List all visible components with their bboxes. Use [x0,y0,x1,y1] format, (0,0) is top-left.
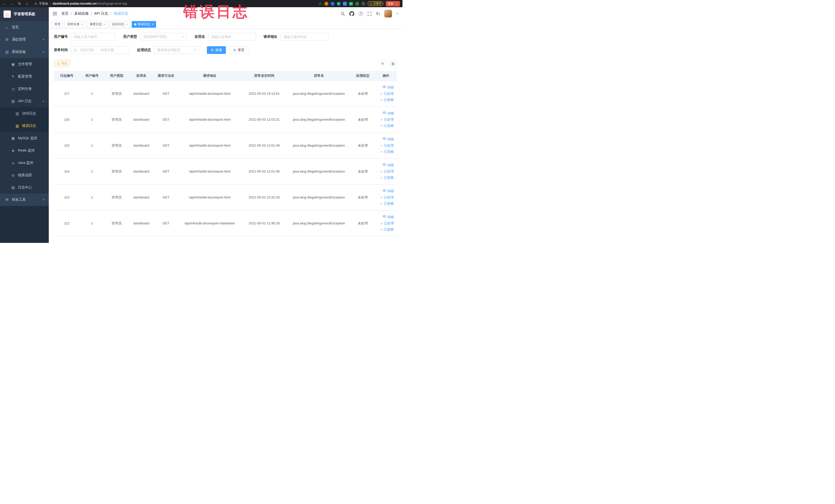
export-button[interactable]: 导出 [54,60,70,67]
close-icon[interactable]: × [103,23,105,26]
sidebar-item-trace[interactable]: ◎链路追踪 [0,169,49,181]
check-icon: ✓ [380,168,383,175]
cell-user_id: 1 [80,133,104,158]
action-processed[interactable]: ✓已处理 [375,90,394,97]
action-processed[interactable]: ✓已处理 [375,168,394,175]
tab-3[interactable]: 访问日志× [109,21,130,28]
filter-user-id: 用户编号 [54,33,116,41]
sidebar-item-error-log[interactable]: ▥错误日志 [0,120,49,132]
sidebar-item-mysql[interactable]: ▦MySQL 监控 [0,132,49,144]
chevron-down-icon[interactable]: ▼ [396,12,399,15]
extension-grid-icon[interactable] [343,2,347,6]
sidebar-item-api-log[interactable]: ▧API 日志▲ [0,95,49,107]
eye-icon [383,110,386,117]
back-icon[interactable]: ← [3,2,7,6]
tab-4[interactable]: 错误日志× [132,21,156,28]
sidebar-item-infra[interactable]: ▤基础设施▲ [0,46,49,58]
action-label: 已处理 [384,194,394,201]
action-processed[interactable]: ✓已处理 [375,117,394,123]
cell-time: 2021-05-03 12:01:49 [241,133,287,158]
avatar[interactable] [384,10,392,18]
sidebar-item-access-log[interactable]: ▥访问日志 [0,107,49,120]
user-type-select[interactable]: 请选择用户类型▼ [140,33,187,41]
action-processed[interactable]: ✓已处理 [375,220,394,226]
sidebar-item-log-center[interactable]: ▨日志中心 [0,181,49,194]
search-button[interactable]: 搜索 [207,46,226,54]
action-detail[interactable]: 详细 [375,136,394,142]
sidebar-item-redis[interactable]: ◈Redis 监控 [0,144,49,157]
refresh-button[interactable]: ↻ [379,60,387,67]
reset-button[interactable]: ↻重置 [229,46,248,54]
sidebar-item-system[interactable]: ⚙系统管理▼ [0,33,49,46]
devtools-icon: ⚒ [5,198,9,202]
action-ignored[interactable]: ✓已忽略 [375,175,394,181]
column-header: 请求地址 [178,71,241,81]
extension-icon-orange[interactable] [324,2,328,6]
sidebar-item-label: 基础设施 [12,49,26,54]
tab-1[interactable]: 定时任务× [65,21,85,28]
action-ignored[interactable]: ✓已忽略 [375,123,394,129]
action-processed[interactable]: ✓已处理 [375,142,394,149]
help-icon[interactable]: ? [359,12,363,16]
request-url-input[interactable] [281,33,328,41]
breadcrumb-item-0[interactable]: 首页 [61,11,68,16]
breadcrumb-item-2[interactable]: API 日志 [94,11,108,16]
action-detail[interactable]: 详细 [375,214,394,220]
cell-time: 2021-05-03 12:02:31 [241,106,287,133]
fullscreen-icon[interactable] [367,12,372,16]
paused-badge[interactable]: ☺已暂停 [368,1,384,6]
filter-request-url: 请求地址 [264,33,328,41]
action-ignored[interactable]: ✓已忽略 [375,149,394,155]
cell-app: dashboard [129,158,154,184]
user-id-input[interactable] [71,33,116,41]
row-actions: 详细✓已处理✓已忽略 [375,184,397,210]
sidebar-item-config[interactable]: ✎配置管理 [0,70,49,83]
action-processed[interactable]: ✓已处理 [375,194,394,201]
sidebar-item-java[interactable]: ☕Java 监控 [0,157,49,169]
search-icon[interactable] [341,12,345,16]
close-icon[interactable]: × [152,23,154,26]
action-label: 已忽略 [384,149,394,155]
sidebar-item-file[interactable]: ▣文件管理 [0,58,49,70]
sidebar-item-home[interactable]: ⌂首页 [0,21,49,33]
action-ignored[interactable]: ✓已忽略 [375,201,394,207]
extension-paw-icon[interactable] [361,2,365,6]
tab-2[interactable]: 调度日志× [87,21,108,28]
reload-icon[interactable]: ↻ [18,2,22,6]
infra-icon: ▤ [5,50,9,54]
sidebar-item-devtools[interactable]: ⚒研发工具▼ [0,194,49,206]
extension-icon-blue[interactable] [331,2,334,6]
action-ignored[interactable]: ✓已忽略 [375,97,394,103]
logo[interactable]: 芋道管理系统 [0,7,49,21]
date-range-picker[interactable]: 开始日期 - 结束日期 [71,46,129,54]
refresh-icon: ↻ [233,48,236,52]
font-size-icon[interactable]: TT [376,12,380,16]
logo-title: 芋道管理系统 [14,12,35,16]
action-detail[interactable]: 详细 [375,188,394,194]
github-icon[interactable] [349,11,354,16]
bookmark-star-icon[interactable]: ☆ [318,2,322,6]
update-button[interactable]: 更新⋮ [386,1,400,6]
sidebar-item-job[interactable]: ◷定时任务 [0,83,49,95]
action-label: 已忽略 [384,175,394,181]
main-area: 首页/基础设施/API 日志/错误日志 ? TT ▼ 首页定时任务×调度日志×访… [49,7,403,243]
omnibox[interactable]: ⚠ 不安全 | dashboard.yudao.iocoder.cn/infra… [34,2,127,6]
extension-icon-y[interactable]: Y [337,2,341,6]
action-detail[interactable]: 详细 [375,84,394,90]
forward-icon[interactable]: → [10,2,14,6]
hamburger-icon[interactable] [53,12,57,16]
breadcrumb-item-1[interactable]: 基础设施 [74,11,88,16]
action-ignored[interactable]: ✓已忽略 [375,226,394,233]
process-status-select[interactable]: 请选择处理状态▼ [154,46,199,54]
tab-0[interactable]: 首页 [52,21,63,28]
app-name-input[interactable] [208,33,256,41]
action-detail[interactable]: 详细 [375,110,394,117]
action-detail[interactable]: 详细 [375,162,394,168]
extension-icon-green[interactable] [355,2,359,6]
chevron-down-icon: ▼ [42,38,45,41]
close-icon[interactable]: × [81,23,83,26]
column-setting-button[interactable]: ▥ [389,60,397,67]
close-icon[interactable]: × [126,23,127,26]
home-icon[interactable]: ⌂ [25,2,29,6]
extension-on-icon[interactable]: on [349,2,353,6]
